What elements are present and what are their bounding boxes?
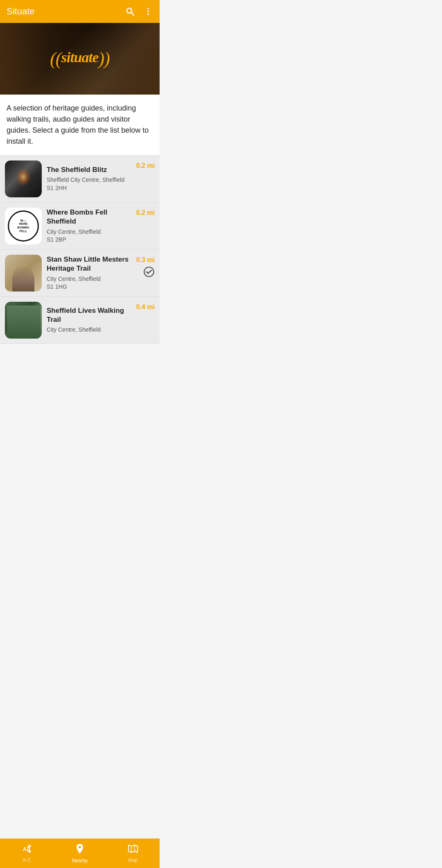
guide-address: Sheffield City Centre, SheffieldS1 2HH <box>47 176 131 192</box>
bomb-logo: W—HEREBOMBSFELL <box>8 210 39 242</box>
app-title: Situate <box>7 6 35 17</box>
content-area: ((situate)) A selection of heritage guid… <box>0 23 160 373</box>
guide-thumbnail <box>5 302 42 339</box>
hero-logo: ((situate)) <box>50 48 110 69</box>
guide-item[interactable]: Stan Shaw Little Mesters Heritage Trail … <box>0 250 160 297</box>
guide-info: Stan Shaw Little Mesters Heritage Trail … <box>47 255 131 291</box>
more-icon <box>143 7 153 16</box>
guide-thumbnail <box>5 160 42 197</box>
guide-info: The Sheffield Blitz Sheffield City Centr… <box>47 165 131 192</box>
svg-point-3 <box>147 11 149 12</box>
guide-item[interactable]: Sheffield Lives Walking Trail City Centr… <box>0 297 160 344</box>
svg-line-1 <box>131 13 134 16</box>
app-bar-actions <box>125 7 153 16</box>
search-icon <box>125 7 135 16</box>
parens-right: )) <box>99 49 110 69</box>
app-bar: Situate <box>0 0 160 23</box>
parens-left: (( <box>50 49 61 69</box>
installed-check-icon <box>143 266 155 278</box>
description-text: A selection of heritage guides, includin… <box>0 95 160 156</box>
guide-thumbnail: W—HEREBOMBSFELL <box>5 208 42 244</box>
more-button[interactable] <box>143 7 153 16</box>
guide-info: Where Bombs Fell Sheffield City Centre, … <box>47 208 131 244</box>
guide-meta: 0.2 mi <box>136 208 155 217</box>
guide-address: City Centre, Sheffield <box>47 326 131 334</box>
guide-address: City Centre, SheffieldS1 1HG <box>47 275 131 291</box>
guide-distance: 0.4 mi <box>136 303 155 311</box>
guide-distance: 0.3 mi <box>136 255 155 264</box>
guide-distance: 0.2 mi <box>136 208 155 217</box>
guide-info: Sheffield Lives Walking Trail City Centr… <box>47 306 131 334</box>
guide-item[interactable]: The Sheffield Blitz Sheffield City Centr… <box>0 156 160 203</box>
svg-point-4 <box>147 14 149 15</box>
guide-item[interactable]: W—HEREBOMBSFELL Where Bombs Fell Sheffie… <box>0 203 160 250</box>
guide-title: Stan Shaw Little Mesters Heritage Trail <box>47 255 131 273</box>
svg-point-2 <box>147 8 149 9</box>
guide-meta: 0.3 mi <box>136 255 155 278</box>
guide-title: Where Bombs Fell Sheffield <box>47 208 131 226</box>
guide-meta: 0.4 mi <box>136 302 155 311</box>
guide-meta: 0.2 mi <box>136 160 155 170</box>
guide-distance: 0.2 mi <box>136 161 155 170</box>
guide-title: Sheffield Lives Walking Trail <box>47 306 131 324</box>
search-button[interactable] <box>125 7 135 16</box>
guide-title: The Sheffield Blitz <box>47 165 131 174</box>
guide-list: The Sheffield Blitz Sheffield City Centr… <box>0 156 160 344</box>
bomb-logo-text: W—HEREBOMBSFELL <box>18 219 29 233</box>
hero-banner: ((situate)) <box>0 23 160 95</box>
guide-thumbnail <box>5 255 42 292</box>
guide-address: City Centre, SheffieldS1 2BP <box>47 228 131 244</box>
